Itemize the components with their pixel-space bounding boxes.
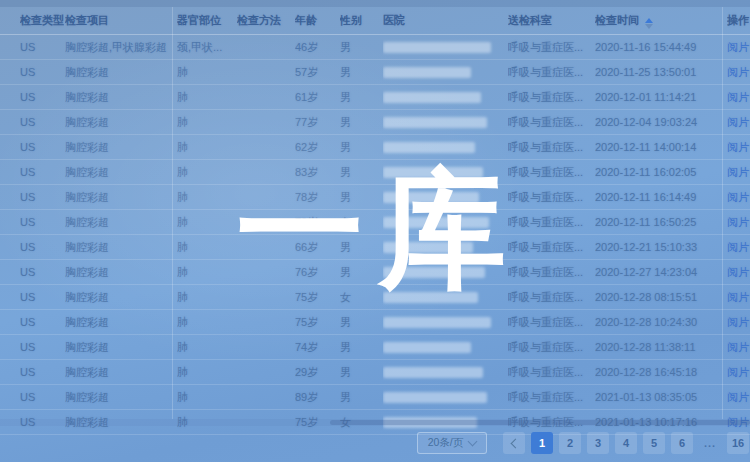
redacted-text-blob bbox=[383, 192, 479, 203]
table-row[interactable]: US 胸腔彩超 肺 57岁 男 呼吸与重症医... 2020-11-25 13:… bbox=[0, 60, 750, 85]
cell-exam-item: 胸腔彩超 bbox=[65, 360, 175, 384]
cell-exam-item: 胸腔彩超 bbox=[65, 60, 175, 84]
redacted-text-blob bbox=[383, 242, 473, 253]
cell-organ-part: 肺 bbox=[177, 185, 233, 209]
table-row[interactable]: US 胸腔彩超 肺 61岁 男 呼吸与重症医... 2020-12-01 11:… bbox=[0, 85, 750, 110]
page-button-4[interactable]: 4 bbox=[615, 432, 637, 454]
cell-exam-time: 2020-12-27 14:23:04 bbox=[595, 260, 727, 284]
view-images-link[interactable]: 阅片 bbox=[727, 310, 750, 334]
view-images-link[interactable]: 阅片 bbox=[727, 85, 750, 109]
header-exam-time-label: 检查时间 bbox=[595, 14, 639, 26]
table-row[interactable]: US 胸腔彩超 肺 83岁 男 呼吸与重症医... 2020-12-11 16:… bbox=[0, 160, 750, 185]
table-row[interactable]: US 胸腔彩超 肺 74岁 男 呼吸与重症医... 2020-12-28 11:… bbox=[0, 335, 750, 360]
cell-exam-type: US bbox=[20, 360, 64, 384]
cell-exam-item: 胸腔彩超 bbox=[65, 185, 175, 209]
cell-exam-method bbox=[237, 310, 291, 334]
cell-exam-type: US bbox=[20, 110, 64, 134]
view-images-link[interactable]: 阅片 bbox=[727, 385, 750, 409]
cell-hospital-redacted bbox=[383, 85, 503, 109]
redacted-text-blob bbox=[383, 342, 471, 353]
cell-exam-time: 2020-12-28 08:15:51 bbox=[595, 285, 727, 309]
header-exam-time-sortable[interactable]: 检查时间 bbox=[595, 7, 727, 34]
cell-organ-part: 肺 bbox=[177, 335, 233, 359]
pagination: 20条/页 123456...16 bbox=[417, 432, 749, 454]
view-images-link[interactable]: 阅片 bbox=[727, 135, 750, 159]
table-row[interactable]: US 胸腔彩超 肺 75岁 男 呼吸与重症医... 2020-12-28 10:… bbox=[0, 310, 750, 335]
sort-carets-icon[interactable] bbox=[645, 18, 653, 29]
view-images-link[interactable]: 阅片 bbox=[727, 235, 750, 259]
page-button-5[interactable]: 5 bbox=[643, 432, 665, 454]
header-age: 年龄 bbox=[295, 7, 337, 34]
view-images-link[interactable]: 阅片 bbox=[727, 35, 750, 59]
fixed-right-column-divider bbox=[722, 7, 723, 419]
table-row[interactable]: US 胸腔彩超 肺 78岁 男 呼吸与重症医... 2020-12-11 16:… bbox=[0, 185, 750, 210]
cell-gender: 男 bbox=[340, 385, 380, 409]
cell-hospital-redacted bbox=[383, 310, 503, 334]
page-button-2[interactable]: 2 bbox=[559, 432, 581, 454]
page-button-3[interactable]: 3 bbox=[587, 432, 609, 454]
view-images-link[interactable]: 阅片 bbox=[727, 360, 750, 384]
cell-exam-item: 胸腔彩超 bbox=[65, 85, 175, 109]
view-images-link[interactable]: 阅片 bbox=[727, 335, 750, 359]
cell-gender: 男 bbox=[340, 160, 380, 184]
view-images-link[interactable]: 阅片 bbox=[727, 210, 750, 234]
cell-department: 呼吸与重症医... bbox=[508, 210, 592, 234]
exam-records-screen: 检查类型 检查项目 器官部位 检查方法 年龄 性别 医院 送检科室 检查时间 操… bbox=[0, 0, 750, 462]
cell-exam-method bbox=[237, 360, 291, 384]
cell-exam-method bbox=[237, 85, 291, 109]
table-row[interactable]: US 胸腔彩超 肺 76岁 女 呼吸与重症医... 2020-12-11 16:… bbox=[0, 210, 750, 235]
cell-exam-type: US bbox=[20, 335, 64, 359]
redacted-text-blob bbox=[383, 42, 491, 53]
table-row[interactable]: US 胸腔彩超 肺 75岁 女 呼吸与重症医... 2020-12-28 08:… bbox=[0, 285, 750, 310]
pagination-ellipsis[interactable]: ... bbox=[699, 432, 721, 454]
page-button-6[interactable]: 6 bbox=[671, 432, 693, 454]
cell-department: 呼吸与重症医... bbox=[508, 285, 592, 309]
table-row[interactable]: US 胸腔彩超 肺 62岁 男 呼吸与重症医... 2020-12-11 14:… bbox=[0, 135, 750, 160]
cell-exam-method bbox=[237, 160, 291, 184]
cell-exam-type: US bbox=[20, 260, 64, 284]
cell-gender: 男 bbox=[340, 35, 380, 59]
cell-gender: 男 bbox=[340, 360, 380, 384]
cell-age: 74岁 bbox=[295, 335, 337, 359]
cell-hospital-redacted bbox=[383, 260, 503, 284]
horizontal-scrollbar-thumb[interactable] bbox=[330, 420, 750, 425]
header-exam-type: 检查类型 bbox=[20, 7, 64, 34]
cell-organ-part: 肺 bbox=[177, 85, 233, 109]
view-images-link[interactable]: 阅片 bbox=[727, 110, 750, 134]
cell-exam-type: US bbox=[20, 135, 64, 159]
table-row[interactable]: US 胸腔彩超 肺 29岁 男 呼吸与重症医... 2020-12-28 16:… bbox=[0, 360, 750, 385]
table-row[interactable]: US 胸腔彩超 肺 77岁 男 呼吸与重症医... 2020-12-04 19:… bbox=[0, 110, 750, 135]
view-images-link[interactable]: 阅片 bbox=[727, 60, 750, 84]
prev-page-button[interactable] bbox=[503, 432, 525, 454]
cell-exam-method bbox=[237, 260, 291, 284]
page-size-label: 20条/页 bbox=[428, 436, 464, 450]
page-size-select[interactable]: 20条/页 bbox=[417, 432, 487, 454]
cell-gender: 女 bbox=[340, 210, 380, 234]
cell-exam-type: US bbox=[20, 160, 64, 184]
view-images-link[interactable]: 阅片 bbox=[727, 285, 750, 309]
cell-exam-type: US bbox=[20, 285, 64, 309]
cell-age: 66岁 bbox=[295, 235, 337, 259]
header-organ-part: 器官部位 bbox=[177, 7, 233, 34]
table-row[interactable]: US 胸腔彩超 肺 76岁 男 呼吸与重症医... 2020-12-27 14:… bbox=[0, 260, 750, 285]
table-row[interactable]: US 胸腔彩超 肺 89岁 男 呼吸与重症医... 2021-01-13 08:… bbox=[0, 385, 750, 410]
redacted-text-blob bbox=[383, 292, 478, 303]
cell-hospital-redacted bbox=[383, 235, 503, 259]
cell-department: 呼吸与重症医... bbox=[508, 235, 592, 259]
view-images-link[interactable]: 阅片 bbox=[727, 185, 750, 209]
cell-hospital-redacted bbox=[383, 160, 503, 184]
chevron-left-icon bbox=[510, 438, 520, 448]
cell-department: 呼吸与重症医... bbox=[508, 260, 592, 284]
page-button-1[interactable]: 1 bbox=[531, 432, 553, 454]
header-gender: 性别 bbox=[340, 7, 380, 34]
cell-exam-time: 2020-12-11 16:02:05 bbox=[595, 160, 727, 184]
table-row[interactable]: US 胸腔彩超,甲状腺彩超 颈,甲状... 46岁 男 呼吸与重症医... 20… bbox=[0, 35, 750, 60]
page-button-16[interactable]: 16 bbox=[727, 432, 749, 454]
view-images-link[interactable]: 阅片 bbox=[727, 160, 750, 184]
cell-exam-method bbox=[237, 335, 291, 359]
cell-exam-type: US bbox=[20, 85, 64, 109]
cell-exam-method bbox=[237, 210, 291, 234]
view-images-link[interactable]: 阅片 bbox=[727, 260, 750, 284]
header-hospital: 医院 bbox=[383, 7, 503, 34]
table-row[interactable]: US 胸腔彩超 肺 66岁 男 呼吸与重症医... 2020-12-21 15:… bbox=[0, 235, 750, 260]
